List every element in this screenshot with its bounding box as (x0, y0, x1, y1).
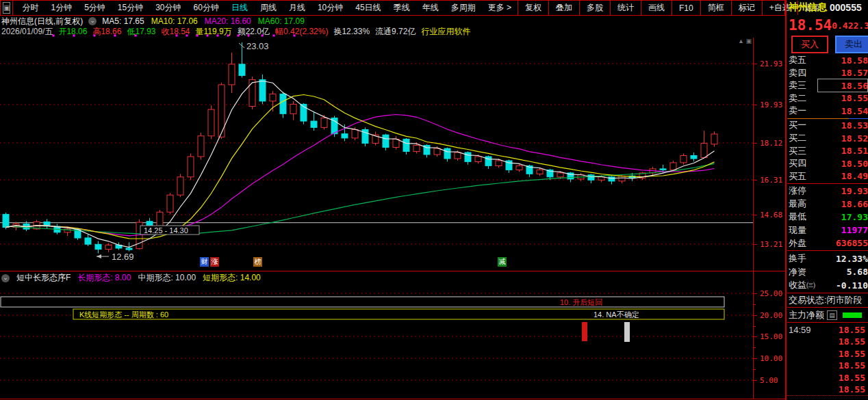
sell-button[interactable]: 卖出 (835, 36, 868, 53)
divider (787, 183, 868, 184)
stat-row-现量: 现量11977 (789, 224, 868, 237)
order-book-row-卖五[interactable]: 卖五18.58 (789, 54, 868, 66)
axis-label: 19.93 (760, 101, 782, 109)
tab-月线[interactable]: 月线 (283, 2, 311, 14)
window-split-icon[interactable]: ▣ (3, 2, 10, 14)
selected-price-box (817, 79, 868, 92)
order-book-row-卖四[interactable]: 卖四18.57 (789, 67, 868, 79)
order-book-row-买二[interactable]: 买二18.52 (789, 132, 868, 144)
stat-value: 17.93 (841, 212, 868, 222)
ma-values: MA5: 17.65MA10: 17.06MA20: 16.60MA60: 17… (102, 16, 311, 26)
indicator-axis-label: 25.00 (760, 289, 782, 298)
event-marker-减[interactable]: 减 (498, 257, 507, 267)
quote-panel: 神州信息 000555 18.54 0.42 2.32% 买入 卖出 卖五18.… (787, 0, 868, 400)
tab-年线[interactable]: 年线 (416, 2, 445, 14)
svg-text:14. NA不确定: 14. NA不确定 (593, 310, 639, 319)
indicator-chart[interactable]: 10. 升后短回K线短期形态 -- 周期数 : 6014. NA不确定 (0, 284, 753, 399)
order-book-row-卖二[interactable]: 卖二18.55 (789, 92, 868, 105)
order-book-label: 买四 (789, 157, 806, 170)
stat-row-换手: 换手12.33% (789, 252, 868, 265)
tick-price: 18.55 (839, 384, 865, 395)
bottom-border (0, 399, 786, 399)
tab-分时[interactable]: 分时 (16, 2, 44, 14)
main-flow-row[interactable]: 主力净额 ▤ (789, 309, 868, 321)
divider (787, 293, 868, 293)
order-book-row-买三[interactable]: 买三18.51 (789, 145, 868, 157)
svg-text:12.69: 12.69 (112, 252, 134, 262)
toolbar-button-标记[interactable]: 标记 (731, 1, 762, 15)
tick-row: 18.55 (789, 384, 868, 396)
tick-price: 18.55 (839, 325, 865, 335)
axis-label: 21.93 (760, 59, 782, 68)
order-book-label: 买三 (789, 145, 806, 157)
order-book-label: 买五 (789, 170, 806, 183)
trade-status-text: 交易状态:闭市阶段 (789, 294, 863, 306)
price-change: 0.42 (832, 21, 853, 31)
tab-多周期[interactable]: 多周期 (445, 2, 482, 14)
order-book-label: 卖三 (789, 79, 806, 92)
order-book-price: 18.51 (841, 146, 868, 156)
tab-15分钟[interactable]: 15分钟 (112, 2, 149, 14)
order-book-row-买四[interactable]: 买四18.50 (789, 157, 868, 170)
order-book-price: 18.58 (841, 55, 868, 66)
tick-price: 18.55 (839, 373, 865, 383)
toolbar-button-简框[interactable]: 简框 (700, 1, 731, 15)
indicator-name[interactable]: 短中长形态序F (16, 272, 71, 284)
buy-button[interactable]: 买入 (791, 36, 828, 53)
toolbar-button-复权[interactable]: 复权 (518, 1, 548, 15)
tab-5分钟[interactable]: 5分钟 (78, 2, 112, 14)
candlestick-chart[interactable]: 23.0312.6914.25 - 14.30 (0, 31, 753, 271)
stat-value: 11977 (841, 225, 868, 235)
svg-text:K线短期形态 -- 周期数 : 60: K线短期形态 -- 周期数 : 60 (79, 310, 168, 319)
order-book-label: 卖五 (789, 54, 806, 66)
event-marker-涨[interactable]: 涨 (210, 257, 219, 267)
indicator-collapse-icon[interactable]: ⌄ (1, 274, 10, 282)
tab-周线[interactable]: 周线 (254, 2, 283, 14)
list-icon[interactable]: ▤ (827, 310, 837, 320)
toolbar-button-画线[interactable]: 画线 (641, 1, 672, 15)
toolbar-actions: 复权叠加多股统计画线F10简框标记+自选返回 (518, 1, 828, 15)
trade-status: 交易状态:闭市阶段 (789, 294, 868, 306)
chart-corner-icons[interactable]: ▲ ▣ (738, 38, 752, 44)
toolbar-button-叠加[interactable]: 叠加 (548, 1, 579, 15)
stat-label: 收益㈢ (789, 279, 815, 291)
order-book-label: 卖二 (789, 92, 806, 105)
divider (787, 307, 868, 308)
tab-季线[interactable]: 季线 (387, 2, 416, 14)
stat-value: 636855 (836, 238, 868, 248)
axis-border (753, 38, 754, 399)
indicator-axis-label: 15.00 (760, 332, 782, 341)
tick-row: 18.55 (789, 371, 868, 384)
indicator-field: 长期形态: 8.00 (77, 272, 131, 284)
order-book-row-卖一[interactable]: 卖一18.54 (789, 105, 868, 117)
tab-日线[interactable]: 日线 (225, 2, 254, 14)
event-marker-财[interactable]: 财 (200, 257, 209, 267)
svg-text:10. 升后短回: 10. 升后短回 (560, 298, 602, 306)
tab-45日线[interactable]: 45日线 (349, 2, 387, 14)
stock-title[interactable]: 神州信息 000555 (789, 1, 868, 14)
tab-更多 >[interactable]: 更多 > (482, 2, 518, 14)
tab-60分钟[interactable]: 60分钟 (188, 2, 225, 14)
tab-30分钟[interactable]: 30分钟 (149, 2, 187, 14)
toolbar-button-多股[interactable]: 多股 (579, 1, 610, 15)
svg-text:23.03: 23.03 (246, 41, 269, 51)
event-marker-榜[interactable]: 榜 (253, 257, 262, 267)
order-book-row-买五[interactable]: 买五18.49 (789, 170, 868, 183)
toolbar-button-F10[interactable]: F10 (672, 1, 700, 15)
book-divider-right (849, 118, 868, 119)
order-book-label: 买二 (789, 132, 806, 144)
order-book-price: 18.55 (841, 93, 868, 103)
collapse-icon[interactable]: ⌄ (88, 17, 97, 25)
stat-label: 涨停 (789, 185, 806, 197)
stat-row-最低: 最低17.93 (789, 211, 868, 223)
toolbar-button-统计[interactable]: 统计 (610, 1, 641, 15)
stat-label: 现量 (789, 224, 806, 237)
tab-1分钟[interactable]: 1分钟 (44, 2, 78, 14)
indicator-header: ⌄ 短中长形态序F 长期形态: 8.00中期形态: 10.00短期形态: 14.… (1, 273, 275, 283)
order-book-row-买一[interactable]: 买一18.53 (789, 119, 868, 131)
stat-row-收益㈢: 收益㈢-0.110 (789, 279, 868, 291)
stat-row-外盘: 外盘636855 (789, 237, 868, 250)
ma-info-row: 神州信息(日线,前复权) ⌄ MA5: 17.65MA10: 17.06MA20… (1, 16, 317, 26)
tab-10分钟[interactable]: 10分钟 (311, 2, 349, 14)
stat-label: 最高 (789, 198, 806, 210)
